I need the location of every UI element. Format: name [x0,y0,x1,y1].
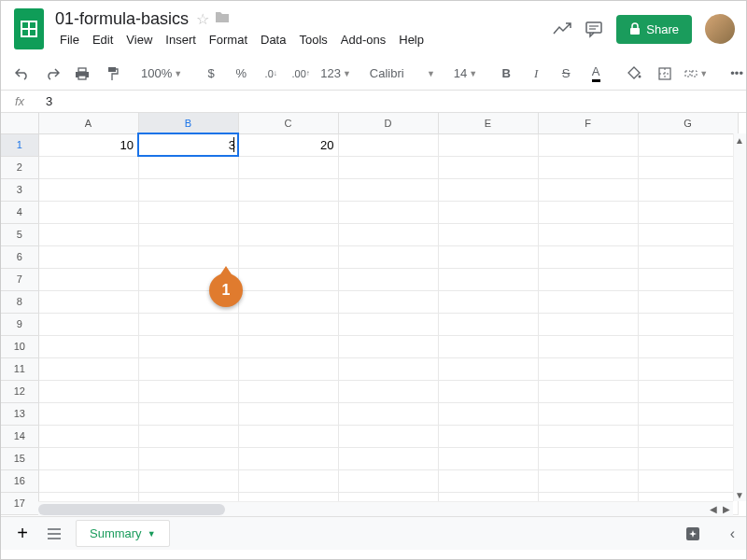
cell[interactable] [238,268,338,290]
menu-edit[interactable]: Edit [88,31,118,49]
cell[interactable] [538,133,638,156]
cell[interactable] [538,290,638,313]
row-header[interactable]: 13 [1,402,38,425]
cell[interactable] [338,425,438,447]
cell[interactable] [138,245,238,268]
cell[interactable] [38,290,138,313]
cell[interactable] [638,223,738,245]
number-format-dropdown[interactable]: 123▼ [320,66,351,80]
cell[interactable] [438,201,538,223]
cell[interactable] [438,223,538,245]
cell[interactable] [438,133,538,156]
merge-cells-button[interactable]: ▼ [684,67,708,80]
column-header[interactable]: D [338,113,438,133]
scroll-up-button[interactable]: ▲ [733,133,746,147]
cell[interactable] [38,156,138,178]
cell[interactable] [138,178,238,201]
cell[interactable] [138,201,238,223]
cell[interactable] [438,402,538,425]
cell[interactable] [638,469,738,492]
menu-view[interactable]: View [121,31,157,49]
cell[interactable] [238,380,338,402]
cell[interactable] [438,313,538,335]
cell[interactable] [138,223,238,245]
menu-data[interactable]: Data [256,31,290,49]
currency-button[interactable]: $ [201,63,221,85]
column-header[interactable]: G [638,113,738,133]
row-header[interactable]: 2 [1,156,38,178]
cell[interactable] [338,335,438,357]
row-header[interactable]: 12 [1,380,38,402]
cell[interactable] [138,402,238,425]
cell[interactable]: 10 [38,133,138,156]
row-header[interactable]: 5 [1,223,38,245]
cell[interactable] [38,425,138,447]
row-header[interactable]: 1 [1,133,38,156]
row-header[interactable]: 14 [1,425,38,447]
cell[interactable] [38,313,138,335]
cell[interactable] [638,133,738,156]
increase-decimal-button[interactable]: .00↑ [290,63,311,85]
zoom-dropdown[interactable]: 100%▼ [141,66,182,80]
cell[interactable] [538,469,638,492]
cell[interactable] [438,335,538,357]
cell[interactable] [38,380,138,402]
row-header[interactable]: 16 [1,469,38,492]
cell[interactable] [438,245,538,268]
row-header[interactable]: 9 [1,313,38,335]
cell[interactable] [538,402,638,425]
column-header[interactable]: A [38,113,138,133]
explore-button[interactable] [684,525,702,543]
cell[interactable] [338,290,438,313]
column-header[interactable]: C [238,113,338,133]
formula-input[interactable]: 3 [38,92,746,110]
cell[interactable] [38,268,138,290]
cell[interactable] [238,425,338,447]
star-icon[interactable]: ☆ [196,10,209,28]
cell[interactable] [638,380,738,402]
cell[interactable]: 3 [138,133,238,156]
menu-addons[interactable]: Add-ons [336,31,390,49]
activity-icon[interactable] [553,22,571,35]
cell[interactable] [538,425,638,447]
cell[interactable] [338,313,438,335]
print-button[interactable] [72,63,92,85]
row-header[interactable]: 10 [1,335,38,357]
cell[interactable] [438,156,538,178]
cell[interactable] [38,469,138,492]
cell[interactable] [438,268,538,290]
cell[interactable] [638,245,738,268]
cell[interactable] [138,425,238,447]
cell[interactable] [338,469,438,492]
cell[interactable] [238,402,338,425]
doc-title[interactable]: 01-formula-basics [55,9,189,29]
cell[interactable] [238,290,338,313]
menu-format[interactable]: Format [204,31,252,49]
cell[interactable] [238,223,338,245]
cell[interactable] [538,245,638,268]
cell[interactable] [338,156,438,178]
cell[interactable] [338,201,438,223]
all-sheets-button[interactable] [44,523,64,545]
cell[interactable] [538,335,638,357]
folder-icon[interactable] [215,10,230,28]
cell[interactable] [38,201,138,223]
cell[interactable] [338,178,438,201]
cell[interactable] [638,201,738,223]
row-header[interactable]: 3 [1,178,38,201]
cell[interactable] [438,357,538,380]
cell[interactable] [538,357,638,380]
scroll-right-button[interactable]: ▶ [720,502,733,515]
cell[interactable] [238,469,338,492]
cell[interactable] [38,447,138,469]
menu-file[interactable]: File [55,31,84,49]
decrease-decimal-button[interactable]: .0↓ [261,63,281,85]
cell[interactable] [438,380,538,402]
cell[interactable] [138,156,238,178]
cell[interactable] [438,469,538,492]
cell[interactable] [238,313,338,335]
row-header[interactable]: 17 [1,492,38,514]
cell[interactable] [638,402,738,425]
cell[interactable] [438,425,538,447]
cell[interactable] [338,357,438,380]
